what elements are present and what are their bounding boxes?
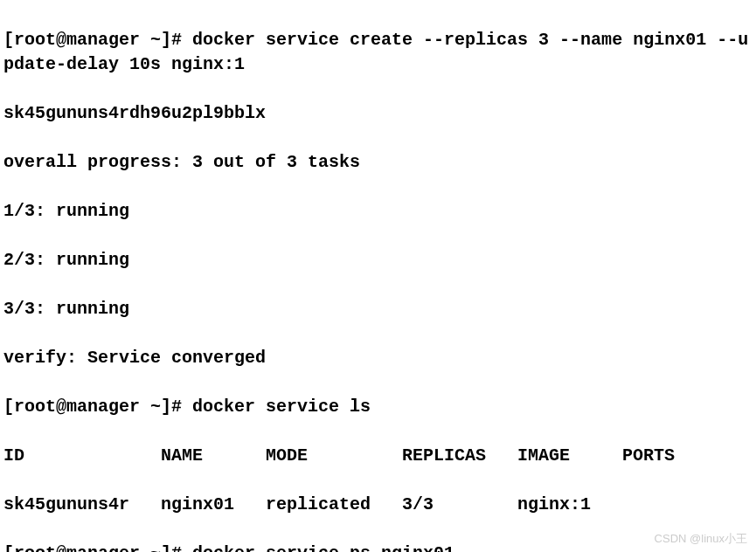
cmd-line-ps: [root@manager ~]# docker service ps ngin… (3, 542, 753, 552)
ls-row: sk45gununs4r nginx01 replicated 3/3 ngin… (3, 493, 753, 517)
watermark-text: CSDN @linux小王 (655, 531, 747, 547)
output-progress: overall progress: 3 out of 3 tasks (3, 150, 753, 175)
cmd-line-ls: [root@manager ~]# docker service ls (3, 395, 753, 419)
cmd-ls: docker service ls (192, 397, 371, 417)
output-task2: 2/3: running (3, 248, 753, 273)
output-task3: 3/3: running (3, 297, 753, 321)
output-verify: verify: Service converged (3, 346, 753, 370)
cmd-line-create: [root@manager ~]# docker service create … (3, 28, 753, 77)
output-service-id: sk45gununs4rdh96u2pl9bblx (3, 101, 753, 126)
shell-prompt: [root@manager ~]# (3, 30, 192, 50)
output-task1: 1/3: running (3, 199, 753, 224)
shell-prompt: [root@manager ~]# (3, 543, 192, 552)
cmd-ps: docker service ps nginx01 (192, 543, 454, 552)
ls-header: ID NAME MODE REPLICAS IMAGE PORTS (3, 444, 753, 468)
terminal-output[interactable]: [root@manager ~]# docker service create … (3, 3, 753, 552)
shell-prompt: [root@manager ~]# (3, 397, 192, 417)
